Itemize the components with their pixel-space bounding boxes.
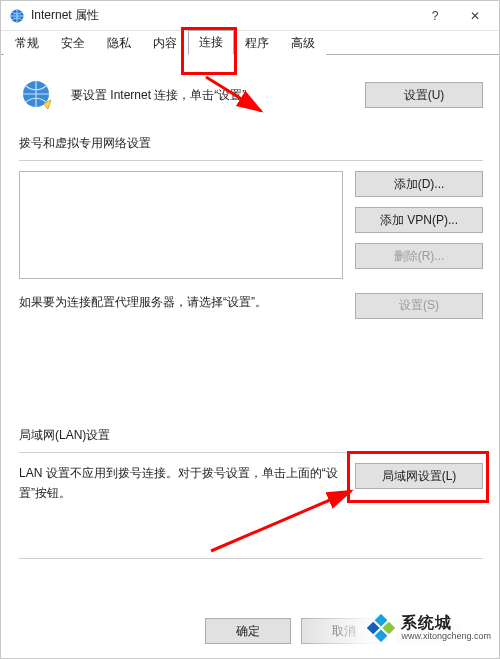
tabs: 常规 安全 隐私 内容 连接 程序 高级 [1, 31, 499, 55]
apply-button[interactable]: 应用(A) [397, 618, 483, 644]
tab-content[interactable]: 内容 [142, 31, 188, 55]
tab-privacy[interactable]: 隐私 [96, 31, 142, 55]
divider [19, 558, 483, 559]
lan-section-title: 局域网(LAN)设置 [19, 427, 483, 444]
ok-button[interactable]: 确定 [205, 618, 291, 644]
lan-text: LAN 设置不应用到拨号连接。对于拨号设置，单击上面的“设置”按钮。 [19, 463, 343, 504]
titlebar: Internet 属性 ? ✕ [1, 1, 499, 31]
setup-text: 要设置 Internet 连接，单击“设置”。 [71, 86, 365, 104]
divider [19, 452, 483, 453]
internet-options-icon [9, 8, 25, 24]
dialog-footer: 确定 取消 应用(A) [205, 618, 483, 644]
window-title: Internet 属性 [31, 7, 415, 24]
tab-content-area: 要设置 Internet 连接，单击“设置”。 设置(U) 拨号和虚拟专用网络设… [1, 55, 499, 559]
add-button[interactable]: 添加(D)... [355, 171, 483, 197]
lan-settings-button[interactable]: 局域网设置(L) [355, 463, 483, 489]
dialup-section-title: 拨号和虚拟专用网络设置 [19, 135, 483, 152]
add-vpn-button[interactable]: 添加 VPN(P)... [355, 207, 483, 233]
close-button[interactable]: ✕ [455, 2, 495, 30]
setup-row: 要设置 Internet 连接，单击“设置”。 设置(U) [19, 77, 483, 113]
help-button[interactable]: ? [415, 2, 455, 30]
globe-icon [19, 77, 55, 113]
divider [19, 160, 483, 161]
cancel-button[interactable]: 取消 [301, 618, 387, 644]
tab-advanced[interactable]: 高级 [280, 31, 326, 55]
lan-row: LAN 设置不应用到拨号连接。对于拨号设置，单击上面的“设置”按钮。 局域网设置… [19, 463, 483, 504]
lan-section: 局域网(LAN)设置 LAN 设置不应用到拨号连接。对于拨号设置，单击上面的“设… [19, 427, 483, 504]
proxy-hint: 如果要为连接配置代理服务器，请选择“设置”。 [19, 293, 355, 312]
dial-settings-button: 设置(S) [355, 293, 483, 319]
connections-listbox[interactable] [19, 171, 343, 279]
tab-programs[interactable]: 程序 [234, 31, 280, 55]
dialup-buttons: 添加(D)... 添加 VPN(P)... 删除(R)... [355, 171, 483, 269]
tab-security[interactable]: 安全 [50, 31, 96, 55]
internet-properties-window: Internet 属性 ? ✕ 常规 安全 隐私 内容 连接 程序 高级 要设置… [0, 0, 500, 659]
tab-connections[interactable]: 连接 [188, 30, 234, 55]
window-buttons: ? ✕ [415, 2, 495, 30]
remove-button: 删除(R)... [355, 243, 483, 269]
dialup-row: 添加(D)... 添加 VPN(P)... 删除(R)... [19, 171, 483, 279]
tab-general[interactable]: 常规 [4, 31, 50, 55]
proxy-hint-row: 如果要为连接配置代理服务器，请选择“设置”。 设置(S) [19, 293, 483, 319]
setup-button[interactable]: 设置(U) [365, 82, 483, 108]
